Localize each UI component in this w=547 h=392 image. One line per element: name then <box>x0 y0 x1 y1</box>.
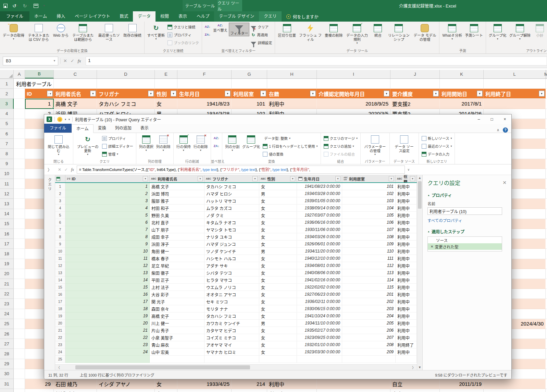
pq-cell-6-6[interactable]: 利用中 <box>396 219 417 226</box>
pq-cell-6-4[interactable]: 1936/06/16 0:00:00 <box>297 219 342 226</box>
customize-qat-button[interactable]: ▾ <box>42 2 46 10</box>
pq-column-header-6[interactable]: ABC在籍▼ <box>396 175 417 182</box>
pq-cell-18-1[interactable]: 森田 奈々 <box>150 305 204 313</box>
cell-G3[interactable]: 101 <box>232 99 267 109</box>
pq-cell-2-5[interactable]: 102 <box>342 190 396 197</box>
ribbon-button-replace[interactable]: 値の置換 <box>262 150 319 158</box>
column-header-K[interactable]: K <box>440 70 484 78</box>
query-name-input[interactable] <box>427 207 502 215</box>
pq-cell-5-5[interactable]: 105 <box>342 212 396 219</box>
pq-cell-11-6[interactable]: 利用中 <box>396 255 417 262</box>
pq-row-number-7[interactable]: 7 <box>55 226 65 233</box>
ribbon-button-split-col[interactable]: 列の分割▾ <box>224 134 240 152</box>
excel-tab-1[interactable]: ホーム <box>29 11 52 22</box>
pq-cell-3-6[interactable]: 利用中 <box>396 197 417 205</box>
pq-cell-6-3[interactable]: 女 <box>259 219 297 226</box>
pq-column-header-4[interactable]: 生年月日▼ <box>297 175 342 182</box>
pq-cell-6-0[interactable]: 6 <box>65 219 150 226</box>
pq-menu-tab-3[interactable]: 列の追加 <box>111 124 136 133</box>
filter-dropdown-icon[interactable]: ▼ <box>225 91 231 97</box>
cell-A12[interactable] <box>14 189 25 199</box>
cell-E32[interactable]: 女 <box>155 389 177 392</box>
cell-M29[interactable] <box>546 359 547 369</box>
insert-function-button[interactable]: fx <box>78 58 81 64</box>
excel-tab-7[interactable]: 表示 <box>174 11 192 22</box>
pq-cell-2-0[interactable]: 2 <box>65 190 150 197</box>
collapse-ribbon-icon[interactable]: ∧ <box>497 128 499 132</box>
pq-cell-12-0[interactable]: 12 <box>65 262 150 269</box>
row-header-28[interactable]: 28 <box>0 349 14 359</box>
pq-formula-input[interactable]: = Table.TransformColumnTypes(ソース,{{"ID",… <box>77 166 405 174</box>
pq-cell-8-2[interactable]: ナリタ ユキコ <box>204 233 259 241</box>
pq-confirm-button[interactable]: ✓ <box>64 167 68 172</box>
ribbon-button-subtotal[interactable]: 小計 <box>532 23 547 38</box>
cell-A10[interactable] <box>14 169 25 179</box>
pq-cell-4-3[interactable]: 女 <box>259 205 297 212</box>
cell-I3[interactable]: 2018/9/25 <box>317 99 390 109</box>
pq-cell-13-4[interactable]: 1940/08/06 0:00:00 <box>297 269 342 277</box>
pq-cell-17-4[interactable]: 1936/02/11 0:00:00 <box>297 298 342 305</box>
pq-cell-23-3[interactable]: 女 <box>259 341 297 348</box>
ribbon-button-relations[interactable]: リレーションシップ <box>386 23 411 42</box>
pq-cell-9-1[interactable]: 浜田 淳子 <box>150 241 204 248</box>
ribbon-button-funnel[interactable]: フィルター <box>229 23 249 36</box>
filter-dropdown-icon[interactable]: ▼ <box>384 91 389 97</box>
cell-C2[interactable]: 利用者氏名▼ <box>54 89 97 99</box>
row-header-30[interactable]: 30 <box>0 369 14 379</box>
pq-cell-18-3[interactable]: 女 <box>259 305 297 313</box>
pq-filter-dropdown-icon[interactable]: ▼ <box>410 176 415 181</box>
ribbon-button-new-source[interactable]: 新しいソース▾ <box>421 135 453 142</box>
pq-cell-17-0[interactable]: 17 <box>65 298 150 305</box>
pq-cell-4-4[interactable]: 1938/09/14 0:00:00 <box>297 205 342 212</box>
pq-cell-9-2[interactable]: ハマダ ジュンコ <box>204 241 259 248</box>
minimize-button[interactable]: – <box>472 114 485 124</box>
queries-pane-collapsed[interactable]: クエリ <box>44 175 55 370</box>
pq-cell-14-4[interactable]: 1941/02/16 0:00:00 <box>297 277 342 284</box>
cell-B32[interactable]: 30 <box>25 389 54 392</box>
row-header-16[interactable]: 16 <box>0 229 14 239</box>
customize-toolbar-icon[interactable]: ▾ <box>69 118 70 121</box>
row-header-21[interactable]: 21 <box>0 279 14 289</box>
pq-cell-9-3[interactable]: 女 <box>259 241 297 248</box>
cell-M5[interactable] <box>546 119 547 129</box>
cell-A23[interactable] <box>14 299 25 309</box>
pq-row-number-18[interactable]: 18 <box>55 305 65 313</box>
pq-cell-7-1[interactable]: 山下 朋子 <box>150 226 204 233</box>
pq-cell-3-1[interactable]: 服部 雅子 <box>150 197 204 205</box>
all-properties-link[interactable]: すべてのプロパティ <box>427 218 507 223</box>
pq-cell-13-5[interactable]: 113 <box>342 269 396 277</box>
cell-L1[interactable] <box>484 79 546 89</box>
pq-cell-4-1[interactable]: 村田 和子 <box>150 205 204 212</box>
cell-J32[interactable]: 自立 <box>390 389 440 392</box>
cell-E1[interactable] <box>155 79 177 89</box>
cell-I2[interactable]: 介護認定開始年月日▼ <box>317 89 390 99</box>
pq-cell-25-0[interactable] <box>65 356 150 363</box>
cell-A15[interactable] <box>14 219 25 229</box>
cell-I31[interactable] <box>317 379 390 389</box>
cell-B2[interactable]: ID↑▼ <box>25 89 54 99</box>
cell-A2[interactable] <box>14 89 25 99</box>
properties-section-header[interactable]: ▲プロパティ <box>427 192 507 198</box>
cell-M17[interactable] <box>546 239 547 249</box>
ribbon-button-col-select[interactable]: 列の選択▾ <box>138 134 154 152</box>
cell-D3[interactable]: タカハシ フミコ <box>97 99 155 109</box>
pq-cell-20-3[interactable]: 男 <box>259 320 297 327</box>
pq-cell-12-6[interactable]: 利用中 <box>396 262 417 269</box>
pq-cell-15-1[interactable]: 上村 法子 <box>150 284 204 291</box>
pq-row-number-24[interactable]: 24 <box>55 348 65 356</box>
pq-cell-22-0[interactable]: 22 <box>65 334 150 341</box>
excel-tab-3[interactable]: ページ レイアウト <box>70 11 115 22</box>
pq-cell-1-0[interactable]: 1 <box>65 183 150 190</box>
name-box-dropdown-icon[interactable]: ▼ <box>53 59 56 62</box>
pq-cell-13-3[interactable]: 女 <box>259 269 297 277</box>
cell-M7[interactable] <box>546 139 547 149</box>
vscroll-track[interactable] <box>417 181 422 365</box>
pq-cell-3-2[interactable]: ハットリ マサコ <box>204 197 259 205</box>
cell-L2[interactable]: 利用終了日▼ <box>484 89 546 99</box>
column-header-J[interactable]: J <box>390 70 440 78</box>
row-header-19[interactable]: 19 <box>0 259 14 269</box>
pq-cell-16-5[interactable]: 201 <box>342 291 396 298</box>
ribbon-button-group[interactable]: グループ化▾ <box>488 23 508 41</box>
ribbon-button-table-range[interactable]: テーブルまたは範囲から <box>70 23 96 42</box>
row-header-31[interactable]: 31 <box>0 379 14 389</box>
